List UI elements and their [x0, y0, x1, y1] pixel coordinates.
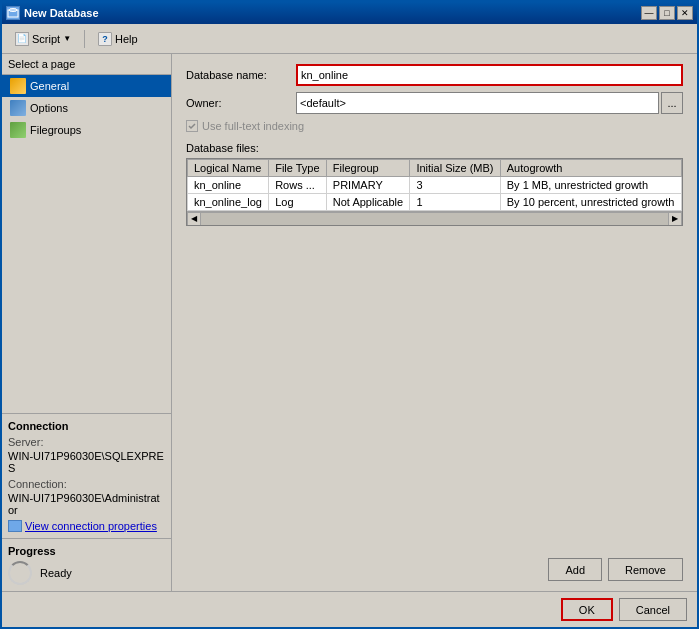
- title-buttons: — □ ✕: [641, 6, 693, 20]
- cell-logical_name: kn_online: [188, 177, 269, 194]
- sidebar-item-options[interactable]: Options: [2, 97, 171, 119]
- main-content: Select a page General Options Filegroups…: [2, 54, 697, 591]
- db-name-input[interactable]: [296, 64, 683, 86]
- db-name-label: Database name:: [186, 69, 296, 81]
- help-label: Help: [115, 33, 138, 45]
- form-area: Database name: Owner: <default> ...: [172, 54, 697, 591]
- sidebar-label-filegroups: Filegroups: [30, 124, 81, 136]
- view-connection-link[interactable]: View connection properties: [8, 520, 165, 532]
- progress-title: Progress: [8, 545, 165, 557]
- table-header-row: Logical Name File Type Filegroup Initial…: [188, 160, 682, 177]
- scroll-right-button[interactable]: ▶: [668, 212, 682, 226]
- cell-autogrowth: By 1 MB, unrestricted growth: [500, 177, 681, 194]
- close-button[interactable]: ✕: [677, 6, 693, 20]
- sidebar-item-filegroups[interactable]: Filegroups: [2, 119, 171, 141]
- fulltext-checkbox[interactable]: [186, 120, 198, 132]
- cell-autogrowth: By 10 percent, unrestricted growth: [500, 194, 681, 211]
- cell-filegroup: PRIMARY: [326, 177, 410, 194]
- window-title: New Database: [24, 7, 99, 19]
- sidebar-label-options: Options: [30, 102, 68, 114]
- scroll-track[interactable]: [201, 212, 668, 226]
- add-remove-buttons: Add Remove: [186, 558, 683, 581]
- window-icon: [6, 6, 20, 20]
- help-icon: ?: [98, 32, 112, 46]
- minimize-button[interactable]: —: [641, 6, 657, 20]
- options-icon: [10, 100, 26, 116]
- sidebar-spacer: [2, 141, 171, 413]
- table-row[interactable]: kn_onlineRows ...PRIMARY3By 1 MB, unrest…: [188, 177, 682, 194]
- toolbar: 📄 Script ▼ ? Help: [2, 24, 697, 54]
- sidebar-label-general: General: [30, 80, 69, 92]
- connection-title: Connection: [8, 420, 165, 432]
- remove-button[interactable]: Remove: [608, 558, 683, 581]
- bottom-buttons: OK Cancel: [2, 591, 697, 627]
- table-row[interactable]: kn_online_logLogNot Applicable1By 10 per…: [188, 194, 682, 211]
- owner-label: Owner:: [186, 97, 296, 109]
- db-files-table-container: Logical Name File Type Filegroup Initial…: [186, 158, 683, 226]
- title-bar-left: New Database: [6, 6, 99, 20]
- cell-file_type: Log: [269, 194, 327, 211]
- db-files-table: Logical Name File Type Filegroup Initial…: [187, 159, 682, 211]
- help-button[interactable]: ? Help: [91, 28, 145, 50]
- cell-initial_size: 1: [410, 194, 500, 211]
- table-scroll[interactable]: Logical Name File Type Filegroup Initial…: [187, 159, 682, 211]
- connection-value: WIN-UI71P96030E\Administrator: [8, 492, 165, 516]
- fulltext-label: Use full-text indexing: [202, 120, 304, 132]
- col-filegroup: Filegroup: [326, 160, 410, 177]
- horizontal-scrollbar: ◀ ▶: [187, 211, 682, 225]
- connection-label: Connection:: [8, 478, 165, 490]
- progress-section: Progress Ready: [2, 538, 171, 591]
- cell-initial_size: 3: [410, 177, 500, 194]
- progress-status: Ready: [40, 567, 72, 579]
- col-logical-name: Logical Name: [188, 160, 269, 177]
- maximize-button[interactable]: □: [659, 6, 675, 20]
- cancel-button[interactable]: Cancel: [619, 598, 687, 621]
- script-icon: 📄: [15, 32, 29, 46]
- connection-link-label: View connection properties: [25, 520, 157, 532]
- server-value: WIN-UI71P96030E\SQLEXPRES: [8, 450, 165, 474]
- server-label: Server:: [8, 436, 165, 448]
- add-button[interactable]: Add: [548, 558, 602, 581]
- sidebar-header: Select a page: [2, 54, 171, 75]
- main-window: New Database — □ ✕ 📄 Script ▼ ? Help Sel…: [0, 0, 699, 629]
- script-button[interactable]: 📄 Script ▼: [8, 28, 78, 50]
- progress-content: Ready: [8, 561, 165, 585]
- col-file-type: File Type: [269, 160, 327, 177]
- progress-spinner: [8, 561, 32, 585]
- scroll-left-button[interactable]: ◀: [187, 212, 201, 226]
- sidebar-item-general[interactable]: General: [2, 75, 171, 97]
- cell-filegroup: Not Applicable: [326, 194, 410, 211]
- owner-row: Owner: <default> ...: [186, 92, 683, 114]
- owner-value: <default>: [300, 97, 346, 109]
- connection-icon: [8, 520, 22, 532]
- window-body: 📄 Script ▼ ? Help Select a page General: [2, 24, 697, 627]
- fulltext-row: Use full-text indexing: [186, 120, 683, 132]
- script-label: Script: [32, 33, 60, 45]
- owner-input[interactable]: <default>: [296, 92, 659, 114]
- script-dropdown-arrow: ▼: [63, 34, 71, 43]
- title-bar: New Database — □ ✕: [2, 2, 697, 24]
- col-autogrowth: Autogrowth: [500, 160, 681, 177]
- toolbar-separator: [84, 30, 85, 48]
- db-files-label: Database files:: [186, 142, 683, 154]
- col-initial-size: Initial Size (MB): [410, 160, 500, 177]
- filegroups-icon: [10, 122, 26, 138]
- connection-section: Connection Server: WIN-UI71P96030E\SQLEX…: [2, 413, 171, 538]
- cell-file_type: Rows ...: [269, 177, 327, 194]
- sidebar: Select a page General Options Filegroups…: [2, 54, 172, 591]
- browse-button[interactable]: ...: [661, 92, 683, 114]
- general-icon: [10, 78, 26, 94]
- db-name-row: Database name:: [186, 64, 683, 86]
- cell-logical_name: kn_online_log: [188, 194, 269, 211]
- ok-button[interactable]: OK: [561, 598, 613, 621]
